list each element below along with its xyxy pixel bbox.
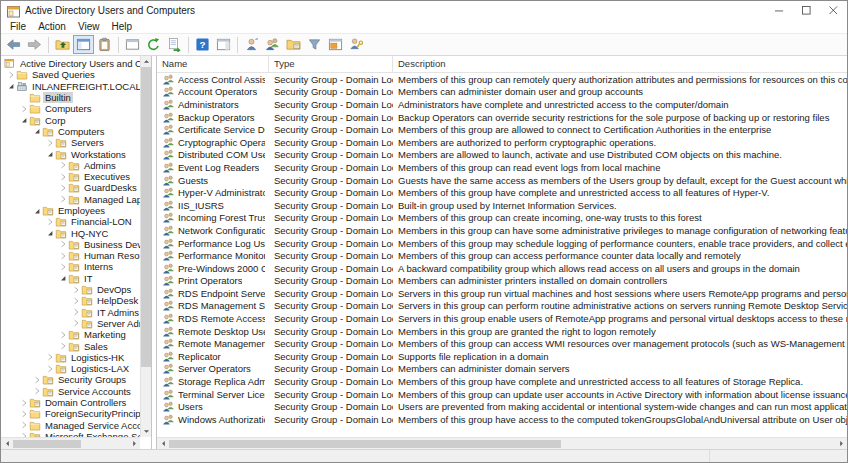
- tree-item-computers[interactable]: Computers: [1, 126, 140, 137]
- scroll-left-icon[interactable]: [1, 438, 13, 450]
- tree-horizontal-scrollbar[interactable]: [1, 437, 140, 449]
- list-horizontal-scrollbar[interactable]: [157, 437, 847, 449]
- table-row[interactable]: UsersSecurity Group - Domain LocalUsers …: [157, 400, 847, 413]
- toolbar-delegate-control-icon[interactable]: [346, 35, 367, 54]
- table-row[interactable]: Terminal Server License Serv...Security …: [157, 388, 847, 401]
- table-row[interactable]: Account OperatorsSecurity Group - Domain…: [157, 86, 847, 99]
- chevron-expanded-icon[interactable]: [44, 150, 55, 158]
- chevron-collapsed-icon[interactable]: [18, 421, 29, 429]
- scroll-up-icon[interactable]: [141, 56, 151, 67]
- chevron-collapsed-icon[interactable]: [57, 240, 68, 248]
- tree-item-server-admin[interactable]: Server Admin: [1, 318, 140, 329]
- toolbar-forward-icon[interactable]: [24, 35, 45, 54]
- tree-item-it[interactable]: IT: [1, 273, 140, 284]
- chevron-collapsed-icon[interactable]: [44, 353, 55, 361]
- tree-item-employees[interactable]: Employees: [1, 205, 140, 216]
- toolbar-set-filter-icon[interactable]: [304, 35, 325, 54]
- chevron-collapsed-icon[interactable]: [57, 252, 68, 260]
- tree-item-computers[interactable]: Computers: [1, 103, 140, 114]
- scroll-left-icon[interactable]: [157, 438, 169, 450]
- chevron-collapsed-icon[interactable]: [31, 387, 42, 395]
- chevron-expanded-icon[interactable]: [5, 82, 16, 90]
- tree-item-workstations[interactable]: Workstations: [1, 148, 140, 159]
- table-row[interactable]: Performance Log UsersSecurity Group - Do…: [157, 237, 847, 250]
- tree-vertical-scrollbar[interactable]: [140, 56, 151, 437]
- list-hscroll-thumb[interactable]: [169, 440, 561, 448]
- table-row[interactable]: Print OperatorsSecurity Group - Domain L…: [157, 275, 847, 288]
- tree-item-admins[interactable]: Admins: [1, 160, 140, 171]
- toolbar-help-icon[interactable]: ?: [192, 35, 213, 54]
- tree-item-inlanefreight-local[interactable]: INLANEFREIGHT.LOCAL: [1, 81, 140, 92]
- toolbar-export-list-icon[interactable]: [164, 35, 185, 54]
- chevron-collapsed-icon[interactable]: [57, 184, 68, 192]
- chevron-collapsed-icon[interactable]: [70, 297, 81, 305]
- chevron-expanded-icon[interactable]: [31, 127, 42, 135]
- tree-item-active-directory-users-and-computer[interactable]: Active Directory Users and Computer: [1, 58, 140, 69]
- table-row[interactable]: Performance Monitor UsersSecurity Group …: [157, 249, 847, 262]
- table-row[interactable]: RDS Remote Access ServersSecurity Group …: [157, 312, 847, 325]
- tree-item-it-admins[interactable]: IT Admins: [1, 307, 140, 318]
- tree-item-executives[interactable]: Executives: [1, 171, 140, 182]
- chevron-collapsed-icon[interactable]: [57, 173, 68, 181]
- tree-item-devops[interactable]: DevOps: [1, 284, 140, 295]
- table-row[interactable]: Network Configuration Oper...Security Gr…: [157, 224, 847, 237]
- column-header-type[interactable]: Type: [269, 56, 393, 72]
- tree-item-security-groups[interactable]: Security Groups: [1, 374, 140, 385]
- chevron-collapsed-icon[interactable]: [18, 410, 29, 418]
- toolbar-new-user-icon[interactable]: [241, 35, 262, 54]
- chevron-collapsed-icon[interactable]: [70, 308, 81, 316]
- table-row[interactable]: RDS Endpoint ServersSecurity Group - Dom…: [157, 287, 847, 300]
- close-button[interactable]: [820, 1, 847, 20]
- toolbar-properties-icon[interactable]: [94, 35, 115, 54]
- tree-item-logistics-hk[interactable]: Logistics-HK: [1, 352, 140, 363]
- tree-item-managed-laptops[interactable]: Managed Laptops: [1, 194, 140, 205]
- tree-item-helpdesk[interactable]: HelpDesk: [1, 295, 140, 306]
- column-header-name[interactable]: Name: [157, 56, 269, 72]
- table-row[interactable]: GuestsSecurity Group - Domain LocalGuest…: [157, 174, 847, 187]
- table-row[interactable]: ReplicatorSecurity Group - Domain LocalS…: [157, 350, 847, 363]
- toolbar-refresh-icon[interactable]: [143, 35, 164, 54]
- tree-item-business-developm[interactable]: Business Developm: [1, 239, 140, 250]
- table-row[interactable]: Hyper-V AdministratorsSecurity Group - D…: [157, 186, 847, 199]
- toolbar-window-icon[interactable]: [122, 35, 143, 54]
- menu-view[interactable]: View: [72, 21, 106, 32]
- table-row[interactable]: Distributed COM UsersSecurity Group - Do…: [157, 149, 847, 162]
- table-row[interactable]: Remote Desktop UsersSecurity Group - Dom…: [157, 325, 847, 338]
- chevron-expanded-icon[interactable]: [18, 116, 29, 124]
- table-row[interactable]: Storage Replica Administrat...Security G…: [157, 375, 847, 388]
- table-row[interactable]: IIS_IUSRSSecurity Group - Domain LocalBu…: [157, 199, 847, 212]
- table-row[interactable]: Windows Authorization Acc...Security Gro…: [157, 413, 847, 426]
- toolbar-action-pane-icon[interactable]: [213, 35, 234, 54]
- chevron-collapsed-icon[interactable]: [57, 263, 68, 271]
- tree-item-domain-controllers[interactable]: Domain Controllers: [1, 397, 140, 408]
- menu-file[interactable]: File: [4, 21, 32, 32]
- tree-item-managed-service-accounts[interactable]: Managed Service Accounts: [1, 420, 140, 431]
- menu-help[interactable]: Help: [105, 21, 138, 32]
- chevron-collapsed-icon[interactable]: [44, 139, 55, 147]
- scroll-down-icon[interactable]: [141, 426, 151, 437]
- tree-item-marketing[interactable]: Marketing: [1, 329, 140, 340]
- tree-item-hq-nyc[interactable]: HQ-NYC: [1, 227, 140, 238]
- chevron-collapsed-icon[interactable]: [31, 376, 42, 384]
- tree-item-corp[interactable]: Corp: [1, 114, 140, 125]
- tree-item-builtin[interactable]: Builtin: [1, 92, 140, 103]
- chevron-expanded-icon[interactable]: [44, 229, 55, 237]
- tree-vscroll-thumb[interactable]: [141, 67, 151, 367]
- tree-item-service-accounts[interactable]: Service Accounts: [1, 386, 140, 397]
- tree-item-sales[interactable]: Sales: [1, 340, 140, 351]
- tree-item-saved-queries[interactable]: Saved Queries: [1, 69, 140, 80]
- toolbar-back-icon[interactable]: [3, 35, 24, 54]
- toolbar-find-objects-icon[interactable]: [325, 35, 346, 54]
- chevron-collapsed-icon[interactable]: [57, 195, 68, 203]
- toolbar-up-one-level-icon[interactable]: [52, 35, 73, 54]
- menu-action[interactable]: Action: [32, 21, 72, 32]
- toolbar-new-ou-icon[interactable]: [283, 35, 304, 54]
- table-row[interactable]: Backup OperatorsSecurity Group - Domain …: [157, 111, 847, 124]
- tree-item-guarddesks[interactable]: GuardDesks: [1, 182, 140, 193]
- chevron-collapsed-icon[interactable]: [18, 399, 29, 407]
- chevron-collapsed-icon[interactable]: [18, 105, 29, 113]
- scroll-right-icon[interactable]: [128, 438, 140, 450]
- chevron-expanded-icon[interactable]: [31, 207, 42, 215]
- chevron-collapsed-icon[interactable]: [44, 365, 55, 373]
- tree-item-human-resources[interactable]: Human Resources: [1, 250, 140, 261]
